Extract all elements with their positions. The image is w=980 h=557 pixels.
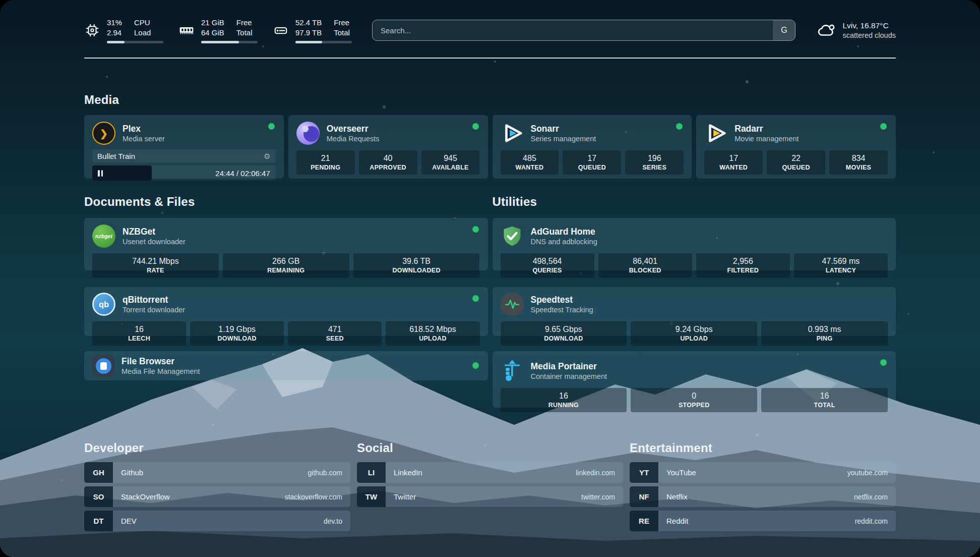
bookmark-dev[interactable]: DT DEV dev.to xyxy=(84,511,350,531)
overseerr-name: Overseerr xyxy=(327,123,380,134)
plex-playback-time: 24:44 / 02:06:47 xyxy=(215,169,275,178)
stat-tile: 17 WANTED xyxy=(704,150,763,175)
ram-free-label: Free xyxy=(236,18,253,28)
cpu-usage-label: CPU xyxy=(134,18,151,28)
weather-widget: Lviv, 16.87°C scattered clouds xyxy=(817,20,896,40)
app-card-adguard[interactable]: AdGuard Home DNS and adblocking 498,564 … xyxy=(493,218,896,270)
speedtest-icon xyxy=(501,293,524,316)
bookmark-stackoverflow[interactable]: SO StackOverflow stackoverflow.com xyxy=(84,486,350,507)
section-title-utilities: Utilities xyxy=(493,195,896,209)
app-card-speedtest[interactable]: Speedtest Speedtest Tracking 9.65 Gbps D… xyxy=(493,287,896,336)
disk-icon xyxy=(273,22,289,38)
stat-tile: 618.52 Mbps UPLOAD xyxy=(386,321,479,346)
bookmark-tag: NF xyxy=(630,486,658,507)
radarr-status-dot xyxy=(880,123,887,130)
bookmark-youtube[interactable]: YT YouTube youtube.com xyxy=(630,462,896,483)
qbittorrent-status-dot xyxy=(472,295,479,302)
stat-tile: 0 STOPPED xyxy=(631,388,757,412)
dashboard-app: 31% 2.94 CPU Load xyxy=(0,0,980,557)
stat-tile: 471 SEED xyxy=(288,321,382,346)
overseerr-status-dot xyxy=(472,123,479,130)
plex-progress-row[interactable]: 24:44 / 02:06:47 xyxy=(92,165,276,181)
radarr-description: Movie management xyxy=(734,134,799,144)
stat-tile: 196 SERIES xyxy=(625,150,684,175)
bookmark-tag: YT xyxy=(630,462,658,483)
weather-condition: scattered clouds xyxy=(842,31,896,40)
section-title-developer: Developer xyxy=(84,441,350,455)
disk-free-label: Free xyxy=(334,18,350,28)
stat-tile: 22 QUEUED xyxy=(767,150,825,175)
cpu-load-label: Load xyxy=(134,28,151,38)
overseerr-icon xyxy=(296,122,320,145)
filebrowser-status-dot xyxy=(472,362,479,369)
disk-progress-bar xyxy=(295,41,352,43)
sonarr-description: Series management xyxy=(531,134,596,144)
app-card-overseerr[interactable]: Overseerr Media Requests 21 PENDING 40 A… xyxy=(288,115,488,179)
gear-icon[interactable]: ⚙ xyxy=(264,152,270,160)
bookmark-github[interactable]: GH Github github.com xyxy=(84,462,350,483)
stat-tile: 485 WANTED xyxy=(501,150,559,175)
plex-description: Media server xyxy=(122,134,165,144)
portainer-name: Media Portainer xyxy=(531,361,607,372)
app-card-qbittorrent[interactable]: qb qBittorrent Torrent downloader 16 LEE… xyxy=(84,287,488,336)
search-input[interactable] xyxy=(372,20,795,41)
stat-tile: 266 GB REMAINING xyxy=(223,253,349,277)
ram-icon xyxy=(178,22,195,38)
system-stats: 31% 2.94 CPU Load xyxy=(84,18,352,43)
bookmark-tag: SO xyxy=(84,486,113,507)
stat-tile: 39.6 TB DOWNLOADED xyxy=(353,253,480,277)
disk-total-label: Total xyxy=(334,28,350,38)
adguard-description: DNS and adblocking xyxy=(531,237,597,247)
plex-icon: ❯ xyxy=(92,122,115,145)
stat-tile: 17 QUEUED xyxy=(563,150,621,175)
stat-tile: 9.65 Gbps DOWNLOAD xyxy=(501,321,627,346)
media-card-row: ❯ Plex Media server Bullet Train ⚙ xyxy=(84,115,896,179)
adguard-name: AdGuard Home xyxy=(531,226,597,237)
radarr-icon xyxy=(704,122,727,145)
disk-total-value: 97.9 TB xyxy=(295,28,322,38)
weather-location-temp: Lviv, 16.87°C xyxy=(842,20,896,31)
disk-stat: 52.4 TB 97.9 TB Free Total xyxy=(273,18,352,43)
bookmark-tag: TW xyxy=(357,486,386,507)
app-card-filebrowser[interactable]: File Browser Media File Management xyxy=(84,351,488,380)
app-card-nzbget[interactable]: nzbget NZBGet Usenet downloader 744.21 M… xyxy=(84,218,488,270)
qbittorrent-name: qBittorrent xyxy=(122,294,185,305)
bookmark-tag: DT xyxy=(84,511,113,531)
overseerr-description: Media Requests xyxy=(327,134,380,144)
section-title-media: Media xyxy=(84,93,896,107)
documents-column: nzbget NZBGet Usenet downloader 744.21 M… xyxy=(84,218,488,380)
nzbget-name: NZBGet xyxy=(122,226,186,237)
cpu-load-value: 2.94 xyxy=(107,28,122,38)
cpu-stat: 31% 2.94 CPU Load xyxy=(84,18,163,43)
stat-tile: 40 APPROVED xyxy=(359,150,417,175)
speedtest-description: Speedtest Tracking xyxy=(531,305,593,315)
section-title-documents: Documents & Files xyxy=(84,195,488,209)
portainer-description: Container management xyxy=(531,372,607,381)
stat-tile: 16 TOTAL xyxy=(761,388,888,412)
section-title-entertainment: Entertainment xyxy=(630,441,896,455)
search-engine-button[interactable]: G xyxy=(773,20,795,40)
filebrowser-description: Media File Management xyxy=(121,367,200,376)
disk-free-value: 52.4 TB xyxy=(295,18,322,28)
sonarr-icon xyxy=(501,122,524,145)
plex-media-title: Bullet Train xyxy=(97,152,135,160)
bookmark-reddit[interactable]: RE Reddit reddit.com xyxy=(630,511,896,531)
app-card-plex[interactable]: ❯ Plex Media server Bullet Train ⚙ xyxy=(84,115,284,179)
cpu-progress-bar xyxy=(107,41,163,43)
stat-tile: 744.21 Mbps RATE xyxy=(92,253,219,277)
bookmark-netflix[interactable]: NF Netflix netflix.com xyxy=(630,486,896,507)
app-card-radarr[interactable]: Radarr Movie management 17 WANTED 22 QUE… xyxy=(696,115,896,179)
pause-icon[interactable] xyxy=(98,170,100,177)
stat-tile: 47.569 ms LATENCY xyxy=(794,253,888,277)
bookmark-twitter[interactable]: TW Twitter twitter.com xyxy=(357,486,623,507)
app-card-sonarr[interactable]: Sonarr Series management 485 WANTED 17 Q… xyxy=(493,115,692,179)
portainer-icon xyxy=(501,359,524,382)
entertainment-section: Entertainment YT YouTube youtube.com NF … xyxy=(630,441,896,535)
topbar-divider xyxy=(84,58,896,59)
stat-tile: 0.993 ms PING xyxy=(761,321,888,346)
nzbget-description: Usenet downloader xyxy=(122,237,186,247)
developer-section: Developer GH Github github.com SO StackO… xyxy=(84,441,350,535)
radarr-name: Radarr xyxy=(734,123,799,134)
app-card-portainer[interactable]: Media Portainer Container management 16 … xyxy=(493,351,896,408)
bookmark-linkedin[interactable]: LI LinkedIn linkedin.com xyxy=(357,462,623,483)
